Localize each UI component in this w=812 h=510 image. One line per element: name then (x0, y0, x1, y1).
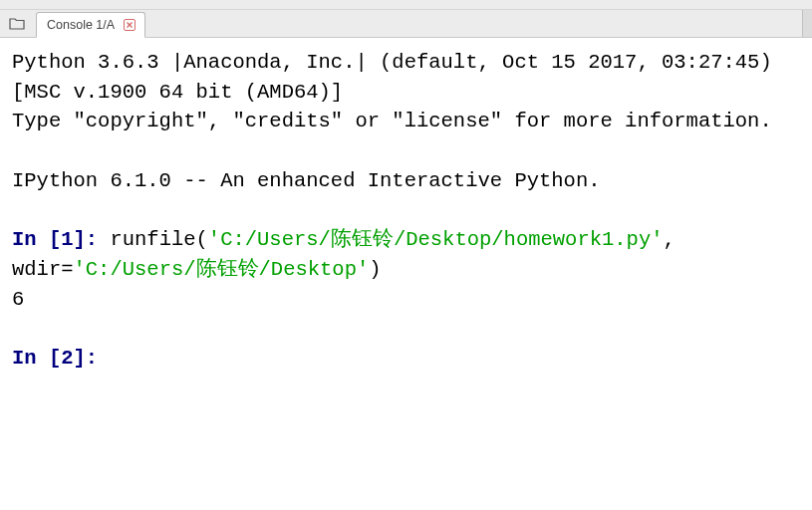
folder-icon (9, 17, 25, 31)
top-toolbar (0, 0, 812, 10)
tab-label: Console 1/A (47, 18, 115, 32)
close-icon (124, 19, 135, 31)
prompt-in-1: In [1]: (12, 228, 110, 251)
console-output[interactable]: Python 3.6.3 |Anaconda, Inc.| (default, … (0, 38, 812, 510)
python-banner-line2: Type "copyright", "credits" or "license"… (12, 110, 772, 132)
browse-folder-button[interactable] (2, 12, 32, 36)
tab-close-button[interactable] (123, 18, 136, 32)
python-banner-line1: Python 3.6.3 |Anaconda, Inc.| (default, … (12, 51, 784, 104)
output-value: 6 (12, 288, 24, 311)
runfile-call-post: ) (369, 258, 381, 281)
ipython-banner: IPython 6.1.0 -- An enhanced Interactive… (12, 169, 601, 192)
runfile-wdir-arg: 'C:/Users/陈钰铃/Desktop' (74, 258, 370, 281)
tab-bar: Console 1/A (0, 10, 812, 38)
runfile-call-pre: runfile( (110, 228, 207, 251)
prompt-in-2: In [2]: (12, 347, 110, 370)
tab-console[interactable]: Console 1/A (36, 12, 145, 38)
runfile-path-arg: 'C:/Users/陈钰铃/Desktop/homework1.py' (208, 228, 664, 251)
scrollbar-stub[interactable] (802, 10, 812, 37)
